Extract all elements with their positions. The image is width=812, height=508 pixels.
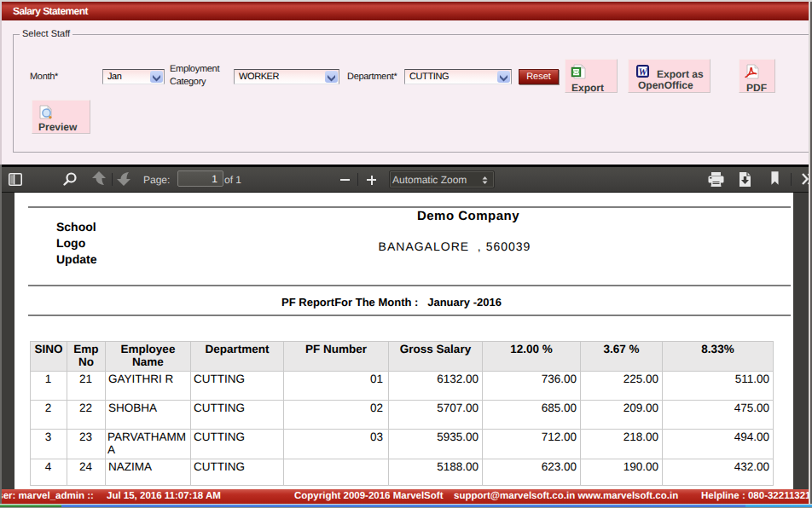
svg-text:W: W	[638, 67, 647, 78]
